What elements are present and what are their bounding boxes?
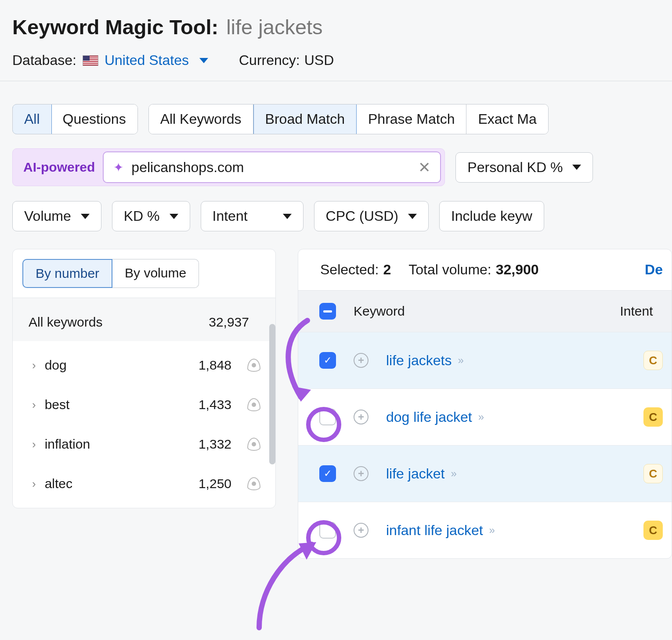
filter-dropdown-row: Volume KD % Intent CPC (USD) Include key… (12, 201, 660, 231)
table-summary-bar: Selected: 2 Total volume: 32,900 De (298, 249, 672, 290)
currency-value: USD (304, 52, 334, 68)
keyword-text: life jackets (386, 352, 452, 369)
filter-volume[interactable]: Volume (12, 201, 101, 231)
ai-domain-input[interactable]: ✦ pelicanshops.com ✕ (103, 151, 441, 183)
group-name: dog (45, 358, 190, 373)
keyword-text: life jacket (386, 466, 444, 482)
add-icon[interactable]: + (354, 523, 369, 538)
eye-icon[interactable] (247, 477, 260, 490)
chevron-down-icon (81, 214, 90, 219)
filter-area: All Questions All Keywords Broad Match P… (0, 81, 672, 236)
search-query: life jackets (226, 15, 322, 39)
ai-label: AI-powered (23, 160, 95, 175)
group-count: 1,848 (199, 358, 231, 373)
tab-broad-match[interactable]: Broad Match (253, 104, 357, 134)
personal-kd-dropdown[interactable]: Personal KD % (455, 152, 593, 183)
col-intent[interactable]: Intent (610, 304, 663, 319)
sidebar-item[interactable]: › altec 1,250 (13, 464, 275, 503)
keyword-link[interactable]: life jacket » (386, 466, 455, 482)
keyword-groups-sidebar: By number By volume All keywords 32,937 … (12, 249, 276, 508)
sidebar-item[interactable]: › inflation 1,332 (13, 424, 275, 464)
tab-exact-match[interactable]: Exact Ma (466, 104, 548, 134)
chevron-down-icon (283, 214, 292, 219)
row-checkbox[interactable]: ✓ (319, 352, 336, 369)
personal-kd-label: Personal KD % (467, 159, 563, 176)
chevron-down-icon (170, 214, 178, 219)
group-name: best (45, 397, 190, 412)
group-count: 1,433 (199, 397, 231, 412)
question-toggle-group: All Questions (12, 104, 138, 134)
selected-label: Selected: (320, 262, 379, 278)
keyword-link[interactable]: dog life jacket » (386, 409, 482, 425)
filter-cpc[interactable]: CPC (USD) (314, 201, 429, 231)
add-icon[interactable]: + (354, 466, 369, 481)
intent-badge: C (643, 407, 663, 427)
page-header: Keyword Magic Tool: life jackets Databas… (0, 0, 672, 81)
filter-volume-label: Volume (24, 208, 71, 224)
currency-display: Currency: USD (239, 52, 334, 68)
row-checkbox[interactable] (319, 409, 336, 425)
tab-by-volume[interactable]: By volume (112, 259, 199, 288)
chevron-down-icon (199, 58, 208, 63)
table-row: + dog life jacket » C (298, 388, 672, 445)
filter-include-keywords[interactable]: Include keyw (439, 201, 544, 231)
filter-kd-label: KD % (124, 208, 160, 224)
tool-title: Keyword Magic Tool: (12, 15, 218, 39)
keyword-link[interactable]: infant life jacket » (386, 522, 493, 539)
tab-questions[interactable]: Questions (51, 104, 137, 134)
meta-row: Database: United States Currency: USD (12, 52, 660, 68)
ai-domain-text: pelicanshops.com (131, 159, 410, 176)
eye-icon[interactable] (247, 359, 260, 372)
tab-by-number[interactable]: By number (22, 259, 112, 288)
keyword-link[interactable]: life jackets » (386, 352, 462, 369)
keyword-text: dog life jacket (386, 409, 472, 425)
add-icon[interactable]: + (354, 410, 369, 424)
tab-all[interactable]: All (12, 104, 52, 134)
intent-badge: C (643, 464, 663, 483)
table-row: + infant life jacket » C (298, 502, 672, 558)
table-header-row: Keyword Intent (298, 290, 672, 332)
double-chevron-icon: » (478, 411, 482, 423)
ai-row: AI-powered ✦ pelicanshops.com ✕ Personal… (12, 148, 660, 186)
select-all-checkbox[interactable] (319, 303, 336, 320)
tab-phrase-match[interactable]: Phrase Match (357, 104, 466, 134)
database-label: Database: (12, 52, 76, 68)
filter-intent-label: Intent (213, 208, 248, 224)
database-selector[interactable]: Database: United States (12, 52, 208, 68)
table-row: ✓ + life jacket » C (298, 445, 672, 502)
row-checkbox[interactable]: ✓ (319, 465, 336, 482)
filter-include-label: Include keyw (451, 208, 532, 224)
col-keyword[interactable]: Keyword (354, 304, 593, 319)
all-keywords-count: 32,937 (209, 315, 249, 330)
sparkle-icon: ✦ (113, 160, 123, 175)
filter-intent[interactable]: Intent (201, 201, 303, 231)
eye-icon[interactable] (247, 438, 260, 451)
flag-us-icon (83, 55, 98, 66)
intent-badge: C (643, 521, 663, 540)
keyword-text: infant life jacket (386, 522, 483, 539)
tab-all-keywords[interactable]: All Keywords (149, 104, 253, 134)
sidebar-scrollbar[interactable] (269, 324, 275, 464)
group-count: 1,250 (199, 476, 231, 491)
all-keywords-label: All keywords (29, 315, 102, 330)
sidebar-item[interactable]: › dog 1,848 (13, 345, 275, 385)
add-icon[interactable]: + (354, 353, 369, 368)
filter-kd[interactable]: KD % (112, 201, 190, 231)
intent-badge: C (643, 351, 663, 370)
row-checkbox[interactable] (319, 522, 336, 539)
chevron-right-icon: › (32, 398, 36, 412)
deselect-link[interactable]: De (645, 262, 663, 278)
chevron-right-icon: › (32, 477, 36, 491)
sidebar-all-keywords-row[interactable]: All keywords 32,937 (13, 298, 275, 341)
double-chevron-icon: » (451, 467, 455, 480)
database-country: United States (105, 52, 189, 68)
chevron-down-icon (572, 165, 581, 170)
sidebar-item[interactable]: › best 1,433 (13, 385, 275, 424)
selected-count: 2 (383, 262, 391, 278)
sidebar-group-list: › dog 1,848 › best 1,433 › inflation 1,3… (13, 341, 275, 508)
match-type-group: All Keywords Broad Match Phrase Match Ex… (148, 104, 549, 134)
eye-icon[interactable] (247, 398, 260, 411)
main-content: By number By volume All keywords 32,937 … (0, 236, 672, 559)
clear-icon[interactable]: ✕ (418, 158, 430, 176)
match-type-row: All Questions All Keywords Broad Match P… (12, 104, 660, 134)
